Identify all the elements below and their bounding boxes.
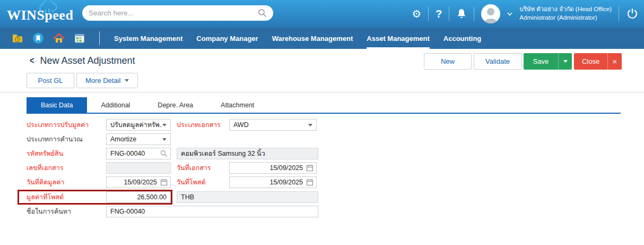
caret-down-icon — [308, 124, 312, 126]
doc-date-field[interactable] — [229, 162, 317, 174]
form-row: ประเภทการคำนวณ Amortize — [27, 133, 644, 145]
value-date-input[interactable] — [110, 177, 167, 188]
settings-gear-icon[interactable]: ⚙ — [412, 9, 421, 19]
save-dropdown-caret[interactable] — [558, 53, 572, 70]
form-row-highlighted: มูลค่าที่โพสต์ THB — [27, 190, 644, 205]
back-chevron-icon[interactable]: < — [30, 55, 34, 66]
horizontal-separator — [0, 92, 644, 92]
calendar-icon[interactable] — [306, 164, 314, 172]
caret-down-icon — [563, 60, 568, 63]
validate-button[interactable]: Validate — [474, 53, 521, 70]
close-button[interactable]: Close × — [574, 53, 622, 70]
nav-asset-management[interactable]: Asset Management — [360, 28, 436, 49]
post-value-field[interactable] — [106, 191, 171, 203]
form-row: ชื่อในการค้นหา — [27, 206, 644, 217]
currency-readonly: THB — [177, 191, 318, 203]
tab-basic-data[interactable]: Basic Data — [27, 97, 87, 113]
calendar-icon[interactable] — [160, 179, 168, 186]
page-title: New Asset Adjustment — [40, 55, 135, 66]
new-button[interactable]: New — [424, 53, 472, 70]
close-label: Close — [574, 53, 607, 70]
adjust-type-select[interactable]: ปรับลดมูลค่าทรัพ... — [106, 119, 171, 131]
user-role: Administrator (Administrator) — [519, 14, 612, 22]
search-input[interactable] — [89, 9, 258, 17]
page-header: < New Asset Adjustment New Validate Save… — [0, 49, 644, 220]
recent-history-folder-icon[interactable] — [12, 32, 23, 44]
notifications-bell-icon[interactable] — [456, 8, 467, 20]
search-icon[interactable] — [258, 9, 267, 18]
calendar-icon[interactable] — [306, 179, 314, 186]
secondary-buttons: Post GL More Detail — [27, 73, 644, 88]
user-company: บริษัท ตัวอย่าง จำกัด (Head Office) — [519, 5, 612, 14]
top-bar: WINSpeed ⚙ ? บริษัท ตัวอย่าง จำกัด (Head… — [0, 0, 644, 28]
close-x-icon[interactable]: × — [607, 53, 622, 70]
post-date-input[interactable] — [233, 177, 312, 188]
lookup-search-icon[interactable] — [160, 150, 168, 157]
tab-depre-area[interactable]: Depre. Area — [144, 97, 207, 113]
nav-warehouse-management[interactable]: Warehouse Management — [265, 28, 360, 49]
doc-no-readonly — [106, 162, 171, 174]
value-date-field[interactable] — [106, 176, 171, 188]
calc-type-select[interactable]: Amortize — [106, 133, 171, 145]
tab-bar: Basic Data Additional Depre. Area Attach… — [27, 97, 621, 114]
doc-type-value: AWD — [233, 121, 249, 129]
tab-additional[interactable]: Additional — [87, 97, 144, 113]
module-nav-bar: System Management Company Manager Wareho… — [0, 28, 644, 49]
divider — [474, 7, 474, 21]
user-info[interactable]: บริษัท ตัวอย่าง จำกัด (Head Office) Admi… — [519, 5, 612, 22]
save-button[interactable]: Save — [524, 53, 572, 70]
more-detail-button[interactable]: More Detail — [76, 73, 138, 88]
doc-type-select[interactable]: AWD — [229, 119, 317, 131]
divider — [449, 7, 449, 21]
action-buttons: New Validate Save Close × — [424, 53, 622, 70]
asset-code-field[interactable] — [106, 148, 171, 159]
calendar-schedule-icon[interactable] — [74, 32, 85, 44]
form-row: ประเภทการปรับมูลค่า ปรับลดมูลค่าทรัพ... … — [27, 119, 644, 131]
person-icon — [481, 5, 500, 23]
basic-data-form: ประเภทการปรับมูลค่า ปรับลดมูลค่าทรัพ... … — [0, 119, 644, 217]
search-name-field[interactable] — [106, 206, 318, 217]
divider — [99, 31, 100, 45]
post-gl-button[interactable]: Post GL — [27, 73, 74, 88]
module-menu: System Management Company Manager Wareho… — [107, 28, 488, 49]
doc-date-label: วันที่เอกสาร — [177, 163, 229, 173]
caret-down-icon — [162, 138, 167, 141]
power-logout-icon[interactable] — [626, 7, 639, 20]
nav-company-manager[interactable]: Company Manager — [189, 28, 265, 49]
asset-name-readonly: คอมพิวเตอร์ Samsung 32 นิ้ว — [177, 148, 318, 159]
asset-code-input[interactable] — [110, 148, 167, 159]
doc-type-label: ประเภทเอกสาร — [177, 120, 229, 130]
more-detail-label: More Detail — [85, 77, 120, 85]
bookmark-icon[interactable] — [32, 32, 44, 44]
form-row: วันที่คิดมูลค่า วันที่โพสต์ — [27, 176, 644, 188]
form-row: รหัสทรัพย์สิน คอมพิวเตอร์ Samsung 32 นิ้… — [27, 148, 644, 159]
home-icon[interactable] — [53, 32, 65, 44]
post-value-input[interactable] — [110, 192, 167, 202]
caret-down-icon — [125, 79, 129, 82]
search-name-input[interactable] — [110, 206, 314, 217]
search-name-label: ชื่อในการค้นหา — [27, 206, 106, 217]
nav-system-management[interactable]: System Management — [107, 28, 189, 49]
tab-attachment[interactable]: Attachment — [207, 97, 268, 113]
global-search[interactable] — [82, 5, 273, 21]
calc-type-label: ประเภทการคำนวณ — [27, 134, 106, 145]
divider — [619, 7, 619, 21]
doc-date-input[interactable] — [233, 163, 312, 173]
calc-type-value: Amortize — [110, 136, 136, 143]
caret-down-icon — [162, 124, 167, 126]
post-value-highlight-box: มูลค่าที่โพสต์ — [18, 190, 172, 205]
nav-accounting[interactable]: Accounting — [437, 28, 489, 49]
post-date-field[interactable] — [229, 176, 317, 188]
form-row: เลขที่เอกสาร วันที่เอกสาร — [27, 162, 644, 174]
doc-no-label: เลขที่เอกสาร — [27, 163, 106, 173]
post-gl-label: Post GL — [38, 77, 63, 85]
logo-text: WINSpeed — [7, 7, 73, 23]
app-logo: WINSpeed — [0, 0, 80, 28]
post-value-label: มูลค่าที่โพสต์ — [19, 192, 106, 202]
help-icon[interactable]: ? — [436, 8, 442, 20]
value-date-label: วันที่คิดมูลค่า — [27, 177, 106, 188]
chevron-down-icon[interactable] — [507, 12, 512, 16]
user-avatar[interactable] — [481, 4, 500, 23]
adjust-type-value: ปรับลดมูลค่าทรัพ... — [110, 120, 162, 130]
divider — [428, 7, 429, 21]
